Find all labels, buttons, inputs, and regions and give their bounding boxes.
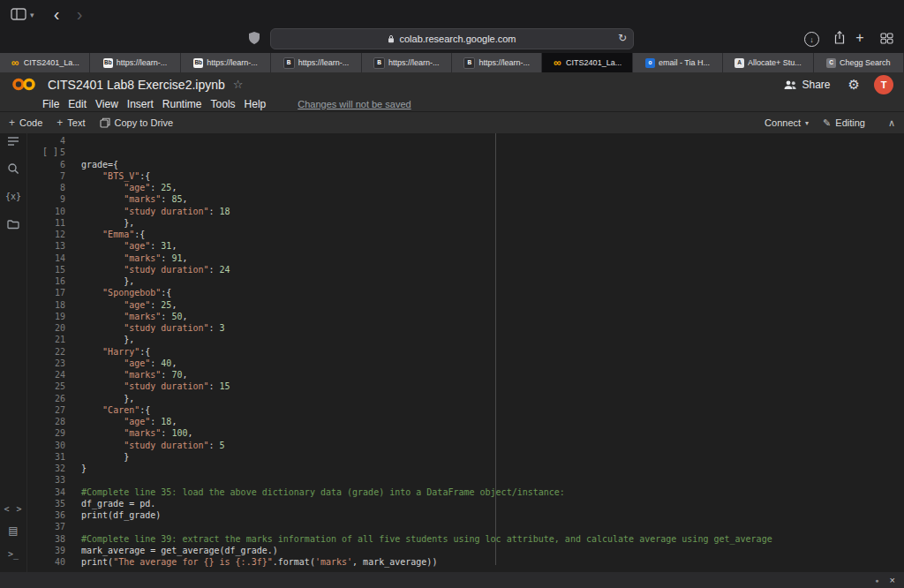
code-token: }, [81,335,134,344]
code-line[interactable]: 24 "marks": 70, [26,369,904,381]
code-line[interactable]: 14 "marks": 91, [26,253,904,264]
browser-tab[interactable]: AAllocate+ Stu... [723,53,813,72]
code-line[interactable]: 28 "age": 18, [26,416,904,427]
code-line[interactable]: 31 } [26,451,904,463]
code-line[interactable]: 9 "marks": 85, [26,193,904,205]
code-line[interactable]: 33 [26,474,904,486]
line-number: 40 [26,556,71,568]
code-line[interactable]: 16 }, [26,275,904,287]
code-line[interactable]: 20 "study duration": 3 [26,322,904,334]
code-line[interactable]: 11 }, [26,217,904,229]
avatar[interactable]: T [874,75,893,94]
code-snippets-icon[interactable]: < > [0,504,26,514]
gear-icon[interactable]: ⚙ [848,77,860,93]
menu-edit[interactable]: Edit [68,98,87,110]
files-folder-icon[interactable] [0,219,26,230]
new-tab-icon[interactable]: + [853,29,867,47]
collapse-header-icon[interactable]: ∧ [888,117,895,129]
url-bar[interactable]: colab.research.google.com ↻ [270,28,634,49]
code-line[interactable]: 38#Complete line 39: extract the marks i… [26,533,904,545]
browser-tab[interactable]: Bhttps://learn-... [362,53,452,72]
code-line[interactable]: 25 "study duration": 15 [26,381,904,392]
code-token [81,358,124,368]
save-status-link[interactable]: Changes will not be saved [298,99,411,109]
code-line[interactable]: 21 }, [26,334,904,345]
browser-tab[interactable]: ∞CITS2401_La... [542,53,632,72]
code-line[interactable]: 4 [26,135,904,147]
reload-icon[interactable]: ↻ [618,32,627,44]
star-icon[interactable]: ☆ [233,78,244,91]
b-favicon: B [283,57,295,69]
menu-runtime[interactable]: Runtime [162,98,202,110]
bottom-bar: ● × [0,572,904,588]
code-line[interactable]: 37 [26,521,904,532]
code-line[interactable]: 35df_grade = pd. [26,498,904,509]
command-palette-icon[interactable]: ▤ [0,524,26,537]
code-line[interactable]: 40print("The average for {} is {:.3f}".f… [26,556,904,568]
downloads-icon[interactable]: ↓ [804,32,819,47]
forward-button[interactable]: › [71,4,88,25]
browser-tab[interactable]: Bhttps://learn-... [271,53,361,72]
code-line[interactable]: 15 "study duration": 24 [26,264,904,275]
browser-tab[interactable]: Bhttps://learn-... [452,53,542,72]
browser-tab[interactable]: CChegg Search [814,53,904,72]
plus-icon: + [9,117,15,129]
share-button[interactable]: Share [783,79,831,91]
code-line[interactable]: 30 "study duration": 5 [26,440,904,451]
menu-file[interactable]: File [42,98,59,110]
code-line[interactable]: 34#Complete line 35: load the above dict… [26,486,904,498]
code-line[interactable]: 10 "study duration": 18 [26,206,904,217]
tab-overview-icon[interactable] [880,33,893,44]
code-line[interactable]: 5 [26,147,904,158]
code-line[interactable]: 36print(df_grade) [26,509,904,521]
code-line[interactable]: 29 "marks": 100, [26,427,904,439]
add-text-button[interactable]: + Text [56,117,85,129]
menu-tools[interactable]: Tools [211,98,236,110]
browser-tab[interactable]: Bbhttps://learn-... [90,53,180,72]
privacy-shield-icon[interactable] [248,31,260,45]
search-icon[interactable] [0,162,26,175]
code-line[interactable]: 13 "age": 31, [26,240,904,252]
variables-icon[interactable]: {x} [0,192,26,201]
code-token [81,241,124,251]
code-line[interactable]: 6grade={ [26,159,904,170]
terminal-icon[interactable]: >_ [0,549,26,559]
code-line[interactable]: 27 "Caren":{ [26,404,904,416]
browser-tab[interactable]: Bbhttps://learn-... [181,53,271,72]
code-editor[interactable]: [ ] 456grade={7 "BTS_V":{8 "age": 25,9 "… [26,133,904,572]
code-line[interactable]: 39mark_average = get_average(df_grade.) [26,545,904,556]
notebook-title[interactable]: CITS2401 Lab8 Exercise2.ipynb [48,78,225,92]
connect-button[interactable]: Connect ▾ [765,117,809,128]
code-line[interactable]: 26 }, [26,393,904,404]
back-button[interactable]: ‹ [48,4,65,25]
line-number: 20 [26,322,71,334]
editing-mode-button[interactable]: ✎ Editing [823,117,865,129]
code-line[interactable]: 17 "Spongebob":{ [26,287,904,298]
colab-favicon: ∞ [553,58,562,68]
code-line[interactable]: 19 "marks": 50, [26,311,904,322]
sidebar-toggle-icon[interactable] [11,8,26,20]
close-icon[interactable]: × [890,575,895,585]
copy-to-drive-button[interactable]: Copy to Drive [100,117,174,128]
table-of-contents-icon[interactable] [0,136,26,147]
code-line[interactable]: 18 "age": 25, [26,299,904,311]
menu-help[interactable]: Help [245,98,267,110]
code-line[interactable]: 32} [26,463,904,474]
code-line[interactable]: 22 "Harry":{ [26,346,904,358]
code-text: "marks": 100, [81,428,192,438]
menu-view[interactable]: View [95,98,118,110]
code-line[interactable]: 7 "BTS_V":{ [26,170,904,182]
line-number: 25 [26,381,71,392]
code-token: 91 [171,253,182,263]
colab-logo-icon[interactable] [11,77,37,92]
chevron-down-icon[interactable]: ▾ [30,11,34,19]
menu-insert[interactable]: Insert [127,98,154,110]
browser-tab[interactable]: ∞CITS2401_La... [0,53,90,72]
code-line[interactable]: 23 "age": 40, [26,358,904,369]
browser-tab[interactable]: oemail - Tia H... [633,53,723,72]
add-code-button[interactable]: + Code [9,117,42,129]
code-line[interactable]: 12 "Emma":{ [26,229,904,240]
code-line[interactable]: 8 "age": 25, [26,182,904,193]
line-number: 22 [26,346,71,358]
share-icon[interactable] [833,30,846,45]
